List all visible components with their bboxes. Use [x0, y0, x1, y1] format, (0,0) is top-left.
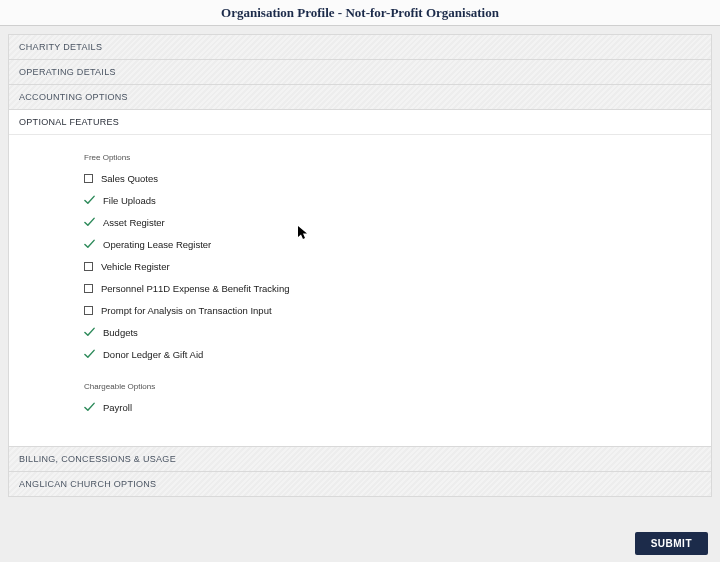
free-options-list: Sales QuotesFile UploadsAsset RegisterOp… [84, 173, 701, 360]
option-label: Vehicle Register [101, 261, 170, 272]
chargeable-options-list: Payroll [84, 402, 701, 413]
option-label: Prompt for Analysis on Transaction Input [101, 305, 272, 316]
option-row[interactable]: File Uploads [84, 195, 701, 206]
option-label: Sales Quotes [101, 173, 158, 184]
main-container: CHARITY DETAILS OPERATING DETAILS ACCOUN… [0, 26, 720, 505]
checkbox-icon[interactable] [84, 306, 93, 315]
section-header-anglican[interactable]: ANGLICAN CHURCH OPTIONS [9, 471, 711, 496]
checkbox-icon[interactable] [84, 174, 93, 183]
option-row[interactable]: Budgets [84, 327, 701, 338]
check-icon[interactable] [84, 239, 95, 250]
section-label: OPTIONAL FEATURES [19, 117, 119, 127]
option-label: Budgets [103, 327, 138, 338]
option-label: Operating Lease Register [103, 239, 211, 250]
check-icon[interactable] [84, 195, 95, 206]
option-label: Donor Ledger & Gift Aid [103, 349, 203, 360]
checkbox-icon[interactable] [84, 262, 93, 271]
option-row[interactable]: Operating Lease Register [84, 239, 701, 250]
option-label: Asset Register [103, 217, 165, 228]
section-label: OPERATING DETAILS [19, 67, 116, 77]
option-row[interactable]: Personnel P11D Expense & Benefit Trackin… [84, 283, 701, 294]
check-icon[interactable] [84, 402, 95, 413]
section-label: ANGLICAN CHURCH OPTIONS [19, 479, 156, 489]
option-row[interactable]: Prompt for Analysis on Transaction Input [84, 305, 701, 316]
option-label: Personnel P11D Expense & Benefit Trackin… [101, 283, 290, 294]
accordion: CHARITY DETAILS OPERATING DETAILS ACCOUN… [8, 34, 712, 497]
check-icon[interactable] [84, 327, 95, 338]
option-row[interactable]: Payroll [84, 402, 701, 413]
option-row[interactable]: Asset Register [84, 217, 701, 228]
group-title-chargeable: Chargeable Options [84, 382, 701, 391]
check-icon[interactable] [84, 217, 95, 228]
option-label: File Uploads [103, 195, 156, 206]
section-header-charity-details[interactable]: CHARITY DETAILS [9, 35, 711, 59]
section-label: BILLING, CONCESSIONS & USAGE [19, 454, 176, 464]
option-row[interactable]: Donor Ledger & Gift Aid [84, 349, 701, 360]
footer: SUBMIT [635, 532, 708, 555]
section-label: CHARITY DETAILS [19, 42, 102, 52]
checkbox-icon[interactable] [84, 284, 93, 293]
option-row[interactable]: Vehicle Register [84, 261, 701, 272]
submit-button[interactable]: SUBMIT [635, 532, 708, 555]
section-label: ACCOUNTING OPTIONS [19, 92, 128, 102]
option-label: Payroll [103, 402, 132, 413]
section-header-billing[interactable]: BILLING, CONCESSIONS & USAGE [9, 446, 711, 471]
section-header-optional-features[interactable]: OPTIONAL FEATURES [9, 109, 711, 134]
section-header-accounting-options[interactable]: ACCOUNTING OPTIONS [9, 84, 711, 109]
group-title-free: Free Options [84, 153, 701, 162]
section-header-operating-details[interactable]: OPERATING DETAILS [9, 59, 711, 84]
section-body-optional-features: Free Options Sales QuotesFile UploadsAss… [9, 134, 711, 446]
page-title: Organisation Profile - Not-for-Profit Or… [0, 5, 720, 21]
page-title-bar: Organisation Profile - Not-for-Profit Or… [0, 0, 720, 26]
check-icon[interactable] [84, 349, 95, 360]
option-row[interactable]: Sales Quotes [84, 173, 701, 184]
